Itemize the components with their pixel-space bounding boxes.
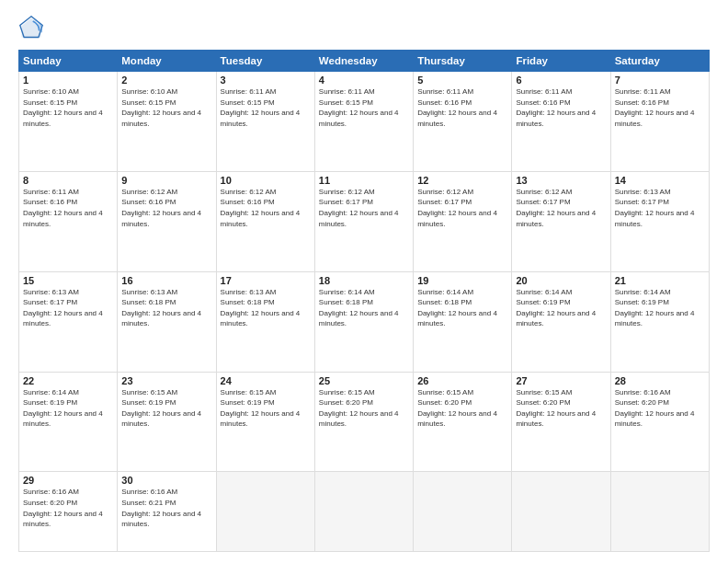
day-number: 6 — [516, 75, 606, 86]
day-info: Sunrise: 6:15 AMSunset: 6:19 PMDaylight:… — [221, 387, 311, 430]
calendar-cell: 1Sunrise: 6:10 AMSunset: 6:15 PMDaylight… — [19, 72, 118, 172]
day-info: Sunrise: 6:15 AMSunset: 6:20 PMDaylight:… — [516, 387, 606, 430]
day-number: 27 — [516, 375, 606, 386]
calendar-header-row: SundayMondayTuesdayWednesdayThursdayFrid… — [19, 51, 710, 72]
day-info: Sunrise: 6:11 AMSunset: 6:15 PMDaylight:… — [221, 86, 311, 129]
day-info: Sunrise: 6:13 AMSunset: 6:17 PMDaylight:… — [615, 187, 705, 229]
calendar-week-4: 22Sunrise: 6:14 AMSunset: 6:19 PMDayligh… — [19, 372, 710, 472]
calendar-week-1: 1Sunrise: 6:10 AMSunset: 6:15 PMDaylight… — [19, 72, 710, 172]
calendar-cell — [414, 472, 512, 552]
day-info: Sunrise: 6:14 AMSunset: 6:19 PMDaylight:… — [516, 287, 606, 329]
logo — [18, 15, 48, 40]
day-info: Sunrise: 6:13 AMSunset: 6:17 PMDaylight:… — [23, 287, 113, 329]
day-info: Sunrise: 6:11 AMSunset: 6:16 PMDaylight:… — [23, 187, 113, 229]
day-number: 16 — [121, 275, 211, 286]
calendar-cell — [216, 472, 314, 552]
day-info: Sunrise: 6:14 AMSunset: 6:19 PMDaylight:… — [23, 387, 113, 430]
day-number: 9 — [121, 175, 211, 186]
day-info: Sunrise: 6:12 AMSunset: 6:16 PMDaylight:… — [221, 187, 311, 229]
day-info: Sunrise: 6:14 AMSunset: 6:19 PMDaylight:… — [615, 287, 705, 329]
calendar-cell — [610, 472, 709, 552]
day-number: 20 — [516, 275, 606, 286]
page: SundayMondayTuesdayWednesdayThursdayFrid… — [0, 0, 728, 563]
calendar-cell — [512, 472, 610, 552]
day-number: 1 — [23, 75, 113, 86]
day-info: Sunrise: 6:14 AMSunset: 6:18 PMDaylight:… — [417, 287, 507, 329]
day-number: 28 — [615, 375, 705, 386]
calendar-cell: 15Sunrise: 6:13 AMSunset: 6:17 PMDayligh… — [19, 271, 118, 372]
day-info: Sunrise: 6:12 AMSunset: 6:17 PMDaylight:… — [516, 187, 606, 229]
calendar-week-5: 29Sunrise: 6:16 AMSunset: 6:20 PMDayligh… — [19, 472, 710, 552]
day-number: 13 — [516, 175, 606, 186]
day-number: 21 — [615, 275, 705, 286]
day-info: Sunrise: 6:14 AMSunset: 6:18 PMDaylight:… — [319, 287, 409, 329]
day-number: 30 — [121, 475, 211, 486]
day-info: Sunrise: 6:16 AMSunset: 6:21 PMDaylight:… — [121, 487, 211, 529]
calendar-cell: 19Sunrise: 6:14 AMSunset: 6:18 PMDayligh… — [414, 271, 512, 372]
calendar-cell: 13Sunrise: 6:12 AMSunset: 6:17 PMDayligh… — [512, 171, 610, 271]
day-number: 19 — [417, 275, 507, 286]
calendar-cell: 30Sunrise: 6:16 AMSunset: 6:21 PMDayligh… — [118, 472, 216, 552]
day-number: 25 — [319, 375, 409, 386]
day-info: Sunrise: 6:11 AMSunset: 6:16 PMDaylight:… — [615, 86, 705, 129]
day-number: 22 — [23, 375, 113, 386]
day-info: Sunrise: 6:13 AMSunset: 6:18 PMDaylight:… — [221, 287, 311, 329]
calendar-cell: 22Sunrise: 6:14 AMSunset: 6:19 PMDayligh… — [19, 372, 118, 472]
day-number: 15 — [23, 275, 113, 286]
calendar-table: SundayMondayTuesdayWednesdayThursdayFrid… — [18, 50, 710, 552]
day-number: 5 — [417, 75, 507, 86]
day-number: 23 — [121, 375, 211, 386]
day-info: Sunrise: 6:15 AMSunset: 6:19 PMDaylight:… — [121, 387, 211, 430]
logo-icon — [18, 15, 44, 40]
day-info: Sunrise: 6:16 AMSunset: 6:20 PMDaylight:… — [23, 487, 113, 529]
calendar-cell: 3Sunrise: 6:11 AMSunset: 6:15 PMDaylight… — [216, 72, 314, 172]
calendar-cell: 2Sunrise: 6:10 AMSunset: 6:15 PMDaylight… — [118, 72, 216, 172]
day-number: 10 — [221, 175, 311, 186]
day-info: Sunrise: 6:10 AMSunset: 6:15 PMDaylight:… — [121, 86, 211, 129]
day-number: 2 — [121, 75, 211, 86]
day-info: Sunrise: 6:11 AMSunset: 6:15 PMDaylight:… — [319, 86, 409, 129]
day-number: 29 — [23, 475, 113, 486]
calendar-cell: 12Sunrise: 6:12 AMSunset: 6:17 PMDayligh… — [414, 171, 512, 271]
calendar-cell: 25Sunrise: 6:15 AMSunset: 6:20 PMDayligh… — [314, 372, 413, 472]
calendar-cell: 21Sunrise: 6:14 AMSunset: 6:19 PMDayligh… — [610, 271, 709, 372]
calendar-cell: 26Sunrise: 6:15 AMSunset: 6:20 PMDayligh… — [414, 372, 512, 472]
day-info: Sunrise: 6:12 AMSunset: 6:17 PMDaylight:… — [319, 187, 409, 229]
calendar-cell: 27Sunrise: 6:15 AMSunset: 6:20 PMDayligh… — [512, 372, 610, 472]
day-info: Sunrise: 6:13 AMSunset: 6:18 PMDaylight:… — [121, 287, 211, 329]
calendar-body: 1Sunrise: 6:10 AMSunset: 6:15 PMDaylight… — [19, 72, 710, 552]
header — [18, 15, 710, 40]
calendar-cell: 5Sunrise: 6:11 AMSunset: 6:16 PMDaylight… — [414, 72, 512, 172]
day-number: 11 — [319, 175, 409, 186]
day-header-friday: Friday — [512, 51, 610, 72]
day-header-thursday: Thursday — [414, 51, 512, 72]
calendar-cell: 16Sunrise: 6:13 AMSunset: 6:18 PMDayligh… — [118, 271, 216, 372]
day-header-sunday: Sunday — [19, 51, 118, 72]
calendar-cell: 23Sunrise: 6:15 AMSunset: 6:19 PMDayligh… — [118, 372, 216, 472]
day-number: 14 — [615, 175, 705, 186]
day-number: 18 — [319, 275, 409, 286]
day-number: 4 — [319, 75, 409, 86]
day-number: 17 — [221, 275, 311, 286]
day-number: 8 — [23, 175, 113, 186]
calendar-cell: 7Sunrise: 6:11 AMSunset: 6:16 PMDaylight… — [610, 72, 709, 172]
calendar-cell: 10Sunrise: 6:12 AMSunset: 6:16 PMDayligh… — [216, 171, 314, 271]
day-header-wednesday: Wednesday — [314, 51, 413, 72]
day-number: 7 — [615, 75, 705, 86]
calendar-cell: 11Sunrise: 6:12 AMSunset: 6:17 PMDayligh… — [314, 171, 413, 271]
day-info: Sunrise: 6:16 AMSunset: 6:20 PMDaylight:… — [615, 387, 705, 430]
day-info: Sunrise: 6:11 AMSunset: 6:16 PMDaylight:… — [417, 86, 507, 129]
calendar-cell: 20Sunrise: 6:14 AMSunset: 6:19 PMDayligh… — [512, 271, 610, 372]
calendar-cell: 24Sunrise: 6:15 AMSunset: 6:19 PMDayligh… — [216, 372, 314, 472]
calendar-cell: 4Sunrise: 6:11 AMSunset: 6:15 PMDaylight… — [314, 72, 413, 172]
calendar-cell: 14Sunrise: 6:13 AMSunset: 6:17 PMDayligh… — [610, 171, 709, 271]
calendar-cell: 8Sunrise: 6:11 AMSunset: 6:16 PMDaylight… — [19, 171, 118, 271]
day-info: Sunrise: 6:12 AMSunset: 6:16 PMDaylight:… — [121, 187, 211, 229]
day-info: Sunrise: 6:11 AMSunset: 6:16 PMDaylight:… — [516, 86, 606, 129]
calendar-cell: 6Sunrise: 6:11 AMSunset: 6:16 PMDaylight… — [512, 72, 610, 172]
calendar-week-2: 8Sunrise: 6:11 AMSunset: 6:16 PMDaylight… — [19, 171, 710, 271]
day-header-tuesday: Tuesday — [216, 51, 314, 72]
day-info: Sunrise: 6:15 AMSunset: 6:20 PMDaylight:… — [319, 387, 409, 430]
day-number: 24 — [221, 375, 311, 386]
day-info: Sunrise: 6:10 AMSunset: 6:15 PMDaylight:… — [23, 86, 113, 129]
